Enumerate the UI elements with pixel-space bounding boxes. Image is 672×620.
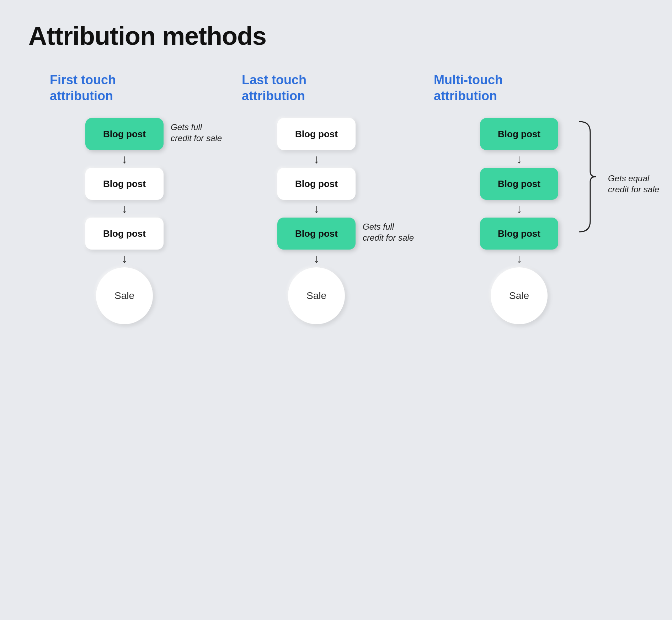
col3-bracket-area: Blog post ↓ Blog post ↓ Blog post Gets e	[480, 118, 558, 250]
col1-card-3: Blog post	[85, 218, 164, 250]
col1-arrow-3: ↓	[119, 250, 130, 267]
col3-card-2: Blog post	[480, 168, 558, 200]
col3-card-1: Blog post	[480, 118, 558, 150]
col1-annotation: Gets full credit for sale	[171, 122, 224, 144]
col2-sale: Sale	[288, 267, 345, 324]
col1-title: First touch attribution	[50, 72, 149, 104]
col2-title: Last touch attribution	[242, 72, 341, 104]
col2-card-2: Blog post	[277, 168, 356, 200]
col3-annotation: Gets equal credit for sale	[608, 173, 661, 195]
col3-arrow-1: ↓	[514, 150, 524, 168]
col2-row-3: Blog post Gets full credit for sale	[277, 218, 356, 250]
col2-card-1: Blog post	[277, 118, 356, 150]
page-title: Attribution methods	[28, 21, 644, 50]
col3-sale: Sale	[491, 267, 548, 324]
col1-card-2: Blog post	[85, 168, 164, 200]
col1-row-1: Blog post Gets full credit for sale	[85, 118, 164, 150]
col1-flow: Blog post Gets full credit for sale ↓ Bl…	[85, 118, 164, 324]
col2-card-3: Blog post	[277, 218, 356, 250]
column-first-touch: First touch attribution Blog post Gets f…	[28, 72, 220, 324]
col1-sale: Sale	[96, 267, 153, 324]
col3-arrow-2: ↓	[514, 200, 524, 218]
col3-flow: Blog post ↓ Blog post ↓ Blog post Gets e	[480, 118, 558, 324]
col2-arrow-2: ↓	[311, 200, 322, 218]
column-last-touch: Last touch attribution Blog post ↓ Blog …	[220, 72, 412, 324]
col3-card-3: Blog post	[480, 218, 558, 250]
col3-arrow-3: ↓	[514, 250, 524, 267]
column-multi-touch: Multi-touch attribution Blog post ↓ Blog…	[412, 72, 626, 324]
col3-title: Multi-touch attribution	[434, 72, 533, 104]
col1-card-1: Blog post	[85, 118, 164, 150]
col2-flow: Blog post ↓ Blog post ↓ Blog post Gets f…	[277, 118, 356, 324]
col2-annotation: Gets full credit for sale	[363, 221, 416, 243]
bracket-svg	[576, 118, 597, 235]
col2-arrow-1: ↓	[311, 150, 322, 168]
col1-arrow-1: ↓	[119, 150, 130, 168]
columns-container: First touch attribution Blog post Gets f…	[28, 72, 644, 324]
col2-arrow-3: ↓	[311, 250, 322, 267]
col1-arrow-2: ↓	[119, 200, 130, 218]
